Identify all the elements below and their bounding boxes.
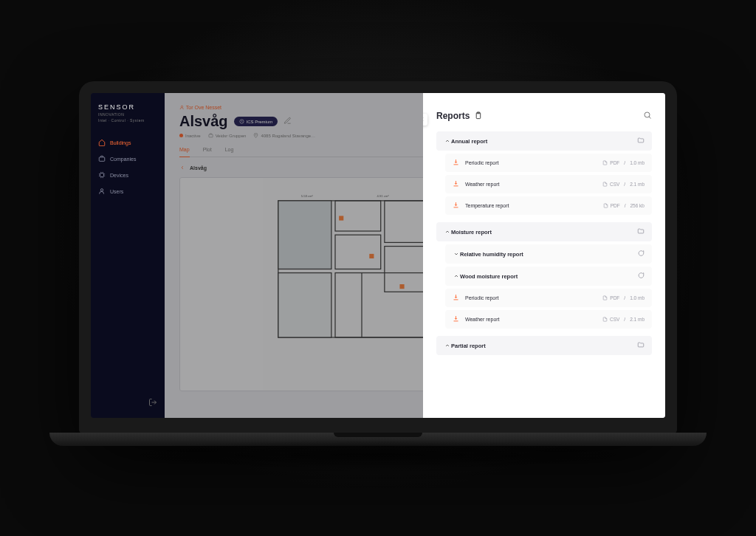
logo-tagline: Intel · Control · System [98,118,157,123]
sidebar-item-label: Devices [110,173,128,178]
home-icon [98,139,106,146]
sidebar-item-devices[interactable]: Devices [98,168,157,182]
svg-point-31 [645,112,650,117]
file-icon [602,317,608,322]
sidebar-item-buildings[interactable]: Buildings [98,136,157,149]
tab-plot[interactable]: Plot [203,147,212,157]
report-subgroup-humidity[interactable]: Relative humidity report [445,244,652,264]
report-group-partial[interactable]: Partial report [436,336,652,355]
logo-name: SENSOR [98,103,157,111]
premium-badge: ICS Premium [234,117,278,126]
svg-point-2 [100,189,103,191]
svg-text:4.91 cm²: 4.91 cm² [377,194,390,198]
report-file[interactable]: Weather report CSV / 2.1 mb [445,175,652,193]
sidebar-item-label: Companies [110,157,136,162]
svg-rect-0 [99,157,105,161]
svg-rect-26 [399,284,404,289]
briefcase-icon [208,133,213,138]
chevron-up-icon [444,229,451,235]
sidebar-item-label: Users [110,189,123,194]
logout-button[interactable] [148,398,157,408]
pin-icon [253,133,258,138]
person-icon [179,105,185,110]
chat-icon [637,250,645,258]
breadcrumb-back[interactable] [179,165,185,171]
subgroup-label: Wood moisture report [460,273,637,280]
group-label: Moisture report [451,229,637,236]
svg-rect-14 [278,273,331,337]
close-icon: ✕ [423,116,425,123]
svg-rect-9 [278,201,331,269]
file-label: Weather report [465,182,602,187]
sidebar-item-users[interactable]: Users [98,185,157,198]
file-label: Temperature report [465,203,603,208]
report-file[interactable]: Periodic report PDF / 1.0 mb [445,289,652,307]
chevron-up-icon [444,138,451,144]
owner-name: Tor Ove Nesset [186,105,221,110]
breadcrumb-label: Alsvåg [190,165,207,171]
svg-point-3 [181,106,182,107]
subgroup-label: Relative humidity report [460,251,637,258]
badge-label: ICS Premium [247,120,273,124]
search-button[interactable] [643,111,652,121]
file-label: Weather report [465,317,602,322]
company-name: Veidsr Gruppen [216,134,247,138]
download-icon [453,315,459,323]
close-panel-button[interactable]: ✕ [423,114,427,126]
logout-icon [148,398,157,407]
tab-log[interactable]: Log [225,147,234,157]
folder-icon [637,341,645,350]
logo-subtitle: INNOVATION [98,112,157,117]
report-file[interactable]: Temperature report PDF / 256 kb [445,196,652,215]
briefcase-icon [98,155,106,162]
chevron-down-icon [453,251,460,257]
clipboard-icon [474,111,482,121]
sidebar-item-label: Buildings [110,140,131,145]
panel-header: Reports [436,111,652,121]
cpu-icon [98,171,106,179]
search-icon [643,111,652,120]
report-file[interactable]: Periodic report PDF / 1.0 mb [445,154,652,172]
status-label: Inactive [185,134,201,138]
file-icon [603,203,608,208]
group-label: Partial report [451,343,637,349]
svg-rect-24 [339,216,343,220]
sidebar: SENSOR INNOVATION Intel · Control · Syst… [91,93,165,418]
svg-rect-5 [209,134,213,137]
file-meta: PDF / 1.0 mb [602,160,645,165]
svg-rect-25 [369,254,374,258]
status-dot-icon [179,134,183,137]
edit-button[interactable] [284,117,292,126]
download-icon [453,159,459,167]
user-icon [98,188,106,195]
file-label: Periodic report [465,160,602,165]
chevron-up-icon [444,343,451,348]
logo: SENSOR INNOVATION Intel · Control · Syst… [98,103,157,123]
svg-rect-1 [100,173,104,177]
svg-point-6 [255,134,256,135]
file-meta: CSV / 2.1 mb [602,317,645,322]
folder-icon [637,227,645,236]
report-group-moisture[interactable]: Moisture report [436,222,652,241]
report-group-annual[interactable]: Annual report [436,131,652,151]
file-meta: CSV / 2.1 mb [602,182,645,187]
file-icon [602,295,608,300]
download-icon [453,294,459,302]
page-title: Alsvåg [179,113,228,130]
svg-text:5.53 cm²: 5.53 cm² [301,194,314,198]
report-file[interactable]: Weather report CSV / 2.1 mb [445,310,652,329]
chevron-up-icon [453,273,460,279]
sidebar-item-companies[interactable]: Companies [98,152,157,165]
file-label: Periodic report [465,295,602,300]
download-icon [453,180,459,188]
edit-icon [284,117,292,125]
file-icon [602,160,608,165]
file-icon [602,182,608,187]
tab-map[interactable]: Map [179,147,190,157]
app-screen: SENSOR INNOVATION Intel · Control · Syst… [91,93,665,418]
chevron-left-icon [179,165,185,171]
report-subgroup-wood[interactable]: Wood moisture report [445,267,652,286]
file-meta: PDF / 256 kb [603,203,645,208]
download-icon [453,202,459,210]
folder-icon [637,137,645,145]
